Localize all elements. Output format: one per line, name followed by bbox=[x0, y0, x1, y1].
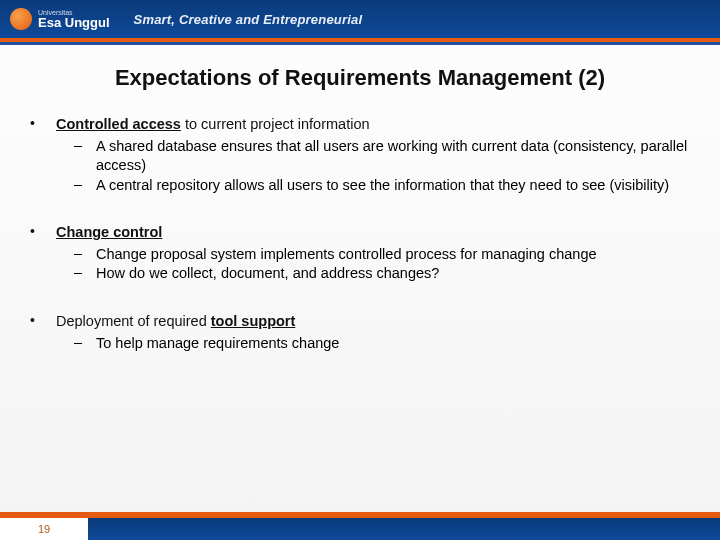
bullet-icon: • bbox=[30, 115, 56, 135]
dash-icon: – bbox=[74, 334, 96, 354]
tagline: Smart, Creative and Entrepreneurial bbox=[134, 12, 363, 27]
slide-title: Expectations of Requirements Management … bbox=[30, 65, 690, 91]
slide: Universitas Esa Unggul Smart, Creative a… bbox=[0, 0, 720, 540]
logo-icon bbox=[10, 8, 32, 30]
logo: Universitas Esa Unggul bbox=[10, 8, 110, 30]
sub-item: A shared database ensures that all users… bbox=[96, 137, 690, 176]
footer-bar: 19 bbox=[0, 512, 720, 540]
page-number: 19 bbox=[0, 518, 88, 540]
list-item: • Controlled access to current project i… bbox=[30, 115, 690, 195]
sub-item: A central repository allows all users to… bbox=[96, 176, 690, 196]
item-lead: Controlled access to current project inf… bbox=[56, 115, 370, 135]
dash-icon: – bbox=[74, 245, 96, 265]
sub-item: Change proposal system implements contro… bbox=[96, 245, 690, 265]
list-item: • Deployment of required tool support –T… bbox=[30, 312, 690, 353]
dash-icon: – bbox=[74, 176, 96, 196]
logo-text: Universitas Esa Unggul bbox=[38, 9, 110, 29]
list-item: • Change control –Change proposal system… bbox=[30, 223, 690, 284]
logo-university-name: Esa Unggul bbox=[38, 16, 110, 29]
bullet-list: • Controlled access to current project i… bbox=[30, 115, 690, 353]
footer-fill bbox=[88, 518, 720, 540]
dash-icon: – bbox=[74, 137, 96, 176]
sub-item: How do we collect, document, and address… bbox=[96, 264, 690, 284]
bullet-icon: • bbox=[30, 312, 56, 332]
header-bar: Universitas Esa Unggul Smart, Creative a… bbox=[0, 0, 720, 42]
content-area: Expectations of Requirements Management … bbox=[0, 45, 720, 512]
bullet-icon: • bbox=[30, 223, 56, 243]
item-lead: Change control bbox=[56, 223, 162, 243]
dash-icon: – bbox=[74, 264, 96, 284]
item-lead: Deployment of required tool support bbox=[56, 312, 295, 332]
sub-item: To help manage requirements change bbox=[96, 334, 690, 354]
